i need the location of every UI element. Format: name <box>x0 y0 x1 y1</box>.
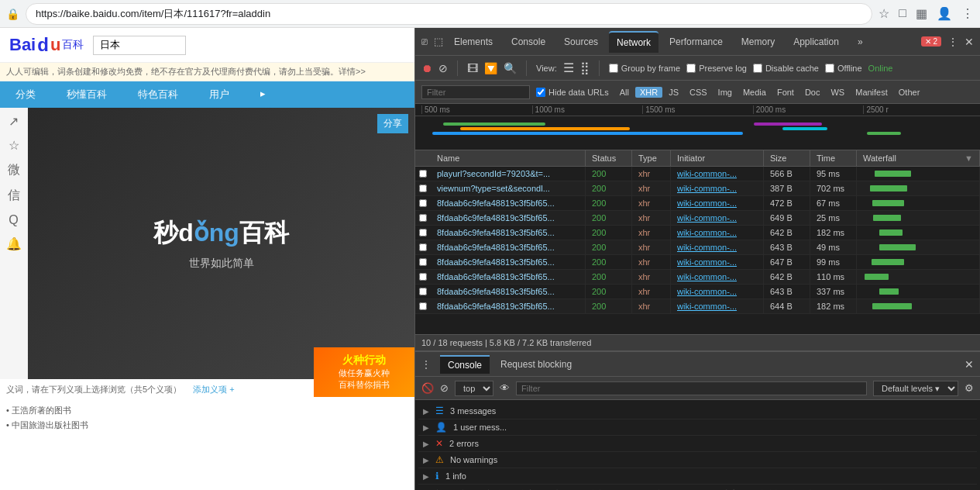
filter-xhr[interactable]: XHR <box>635 87 662 98</box>
filter-all[interactable]: All <box>615 87 634 98</box>
td-initiator-6[interactable]: wiki-common-... <box>671 255 764 269</box>
tab-network[interactable]: Network <box>609 31 658 53</box>
th-initiator[interactable]: Initiator <box>671 150 764 166</box>
th-status[interactable]: Status <box>586 150 632 166</box>
row-checkbox-5[interactable] <box>415 240 431 254</box>
console-group-warnings[interactable]: ▶ ⚠ No warnings <box>418 452 977 468</box>
table-row[interactable]: 8fdaab6c9fefa48819c3f5bf65... 200 xhr wi… <box>415 255 980 270</box>
hide-data-urls-checkbox[interactable] <box>536 88 545 97</box>
table-row[interactable]: viewnum?type=set&secondl... 200 xhr wiki… <box>415 181 980 196</box>
table-row[interactable]: playurl?secondId=79203&t=... 200 xhr wik… <box>415 167 980 181</box>
tab-sources[interactable]: Sources <box>556 32 606 52</box>
nav-item-miaodong[interactable]: 秒懂百科 <box>51 81 122 108</box>
filter-js[interactable]: JS <box>664 87 683 98</box>
offline-label[interactable]: Offline <box>825 64 862 73</box>
table-row[interactable]: 8fdaab6c9fefa48819c3f5bf65... 200 xhr wi… <box>415 299 980 314</box>
tab-console[interactable]: Console <box>504 32 553 52</box>
view-list-icon[interactable]: ☰ <box>563 60 574 75</box>
row-checkbox-7[interactable] <box>415 270 431 284</box>
filter-doc[interactable]: Doc <box>800 87 825 98</box>
th-waterfall[interactable]: Waterfall ▼ <box>857 150 980 166</box>
console-filter-input[interactable] <box>516 381 867 395</box>
stop-icon[interactable]: ⊘ <box>438 62 448 74</box>
console-context-select[interactable]: top <box>455 381 493 396</box>
td-initiator-4[interactable]: wiki-common-... <box>671 226 764 240</box>
group-by-frame-label[interactable]: Group by frame <box>609 64 680 73</box>
row-checkbox-2[interactable] <box>415 196 431 210</box>
preserve-log-checkbox[interactable] <box>686 64 696 73</box>
sidebar-bell-icon[interactable]: 🔔 <box>6 236 22 251</box>
search-input[interactable] <box>93 36 186 55</box>
td-initiator-7[interactable]: wiki-common-... <box>671 270 764 284</box>
sidebar-qq-icon[interactable]: Q <box>9 213 18 227</box>
tab-memory[interactable]: Memory <box>734 32 782 52</box>
filter-icon[interactable]: 🔽 <box>484 62 497 74</box>
table-row[interactable]: 8fdaab6c9fefa48819c3f5bf65... 200 xhr wi… <box>415 196 980 211</box>
row-checkbox-6[interactable] <box>415 255 431 269</box>
filter-css[interactable]: CSS <box>685 87 712 98</box>
td-initiator-2[interactable]: wiki-common-... <box>671 196 764 210</box>
disable-cache-checkbox[interactable] <box>753 64 762 73</box>
row-checkbox-8[interactable] <box>415 285 431 298</box>
preserve-log-label[interactable]: Preserve log <box>686 64 747 73</box>
console-gear-icon[interactable]: ⚙ <box>965 382 974 394</box>
devtools-inspect-icon[interactable]: ⬚ <box>434 36 443 47</box>
filter-other[interactable]: Other <box>894 87 925 98</box>
filter-font[interactable]: Font <box>772 87 799 98</box>
tab-elements[interactable]: Elements <box>446 32 500 52</box>
hide-data-urls-label[interactable]: Hide data URLs <box>536 88 609 97</box>
record-icon[interactable]: ⏺ <box>421 62 432 74</box>
row-checkbox-1[interactable] <box>415 181 431 195</box>
td-initiator-8[interactable]: wiki-common-... <box>671 285 764 298</box>
sidebar-wechat-icon[interactable]: 信 <box>8 188 20 204</box>
table-row[interactable]: 8fdaab6c9fefa48819c3f5bf65... 200 xhr wi… <box>415 211 980 226</box>
row-checkbox-0[interactable] <box>415 167 431 181</box>
th-name[interactable]: Name <box>431 150 586 166</box>
bottom-tab-console[interactable]: Console <box>440 355 490 374</box>
console-clear-icon[interactable]: 🚫 <box>421 382 434 394</box>
extension2-icon[interactable]: ▦ <box>916 6 927 21</box>
td-initiator-1[interactable]: wiki-common-... <box>671 181 764 195</box>
console-group-info[interactable]: ▶ ℹ 1 info <box>418 468 977 485</box>
tab-more[interactable]: » <box>850 32 871 52</box>
td-initiator-3[interactable]: wiki-common-... <box>671 211 764 225</box>
filter-manifest[interactable]: Manifest <box>851 87 892 98</box>
devtools-close-icon[interactable]: ✕ <box>965 36 974 48</box>
more-menu-icon[interactable]: ⋮ <box>961 6 974 21</box>
table-row[interactable]: 8fdaab6c9fefa48819c3f5bf65... 200 xhr wi… <box>415 240 980 255</box>
th-time[interactable]: Time <box>810 150 857 166</box>
filter-ws[interactable]: WS <box>826 87 849 98</box>
console-stop-icon[interactable]: ⊘ <box>440 382 449 394</box>
row-checkbox-4[interactable] <box>415 226 431 240</box>
console-group-messages[interactable]: ▶ ☰ 3 messages <box>418 403 977 419</box>
bottom-panel-more-icon[interactable]: ⋮ <box>421 359 431 370</box>
console-group-errors[interactable]: ▶ ✕ 2 errors <box>418 436 977 452</box>
row-checkbox-9[interactable] <box>415 299 431 313</box>
extension-icon[interactable]: □ <box>899 6 906 21</box>
offline-checkbox[interactable] <box>825 64 834 73</box>
screenshot-icon[interactable]: 🎞 <box>467 62 478 74</box>
row-checkbox-3[interactable] <box>415 211 431 225</box>
add-yiyi-button[interactable]: 添加义项 + <box>193 385 234 394</box>
nav-item-tese[interactable]: 特色百科 <box>122 81 194 108</box>
bottom-close-icon[interactable]: ✕ <box>965 358 974 371</box>
filter-img[interactable]: Img <box>714 87 737 98</box>
sidebar-share-icon[interactable]: ↗ <box>9 114 19 129</box>
tab-performance[interactable]: Performance <box>662 32 731 52</box>
console-group-user[interactable]: ▶ 👤 1 user mess... <box>418 419 977 436</box>
td-initiator-9[interactable]: wiki-common-... <box>671 299 764 313</box>
td-initiator-0[interactable]: wiki-common-... <box>671 167 764 181</box>
list-item-2[interactable]: • 中国旅游出版社图书 <box>6 418 408 433</box>
sidebar-weibo-icon[interactable]: 微 <box>8 162 20 178</box>
nav-item-classify[interactable]: 分类 <box>0 81 51 108</box>
disable-cache-label[interactable]: Disable cache <box>753 64 819 73</box>
devtools-more-icon[interactable]: ⋮ <box>947 36 958 48</box>
url-bar[interactable]: https://baike.baidu.com/item/日本/111617?f… <box>26 3 872 25</box>
filter-input[interactable] <box>421 85 530 99</box>
table-row[interactable]: 8fdaab6c9fefa48819c3f5bf65... 200 xhr wi… <box>415 226 980 240</box>
view-waterfall-icon[interactable]: ⣿ <box>580 60 590 75</box>
table-row[interactable]: 8fdaab6c9fefa48819c3f5bf65... 200 xhr wi… <box>415 285 980 299</box>
nav-item-user[interactable]: 用户 <box>194 81 245 108</box>
th-type[interactable]: Type <box>632 150 671 166</box>
devtools-undock-icon[interactable]: ⎚ <box>421 36 428 47</box>
